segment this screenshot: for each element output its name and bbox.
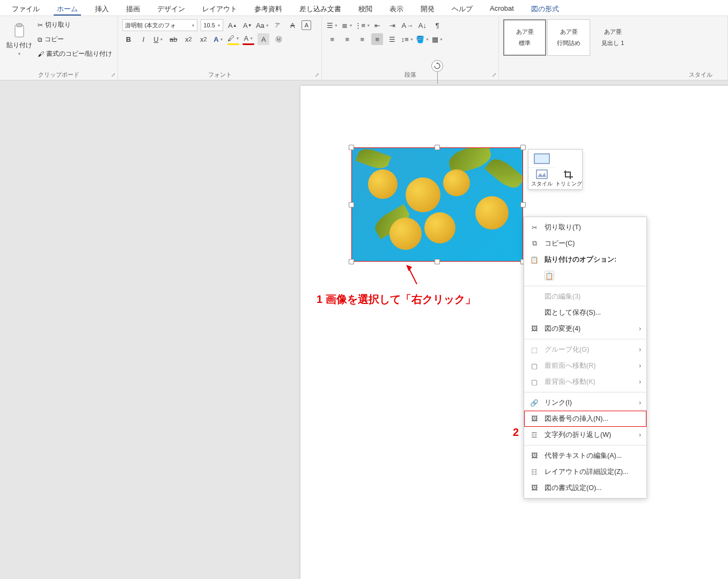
shading-button[interactable]: 🪣▼ — [416, 33, 428, 45]
tab-references[interactable]: 参考資料 — [251, 2, 285, 16]
tab-help[interactable]: ヘルプ — [448, 2, 476, 16]
font-color-button[interactable]: A▼ — [242, 33, 254, 45]
increase-indent-button[interactable]: ⇥ — [386, 19, 398, 31]
resize-handle-l[interactable] — [349, 202, 354, 207]
clear-formatting-button[interactable]: A — [286, 19, 298, 31]
ctx-insert-caption[interactable]: 🖼 図表番号の挿入(N)... — [524, 411, 646, 427]
underline-button[interactable]: U▼ — [152, 33, 164, 45]
selected-image[interactable] — [351, 147, 523, 262]
bring-front-icon: ▢ — [530, 361, 539, 370]
blank-icon — [530, 292, 539, 301]
copy-button[interactable]: ⧉ コピー — [36, 34, 113, 45]
mini-crop-button[interactable]: トリミング — [555, 168, 582, 189]
ctx-save-as-picture[interactable]: 図として保存(S)... — [524, 305, 646, 321]
tab-draw[interactable]: 描画 — [123, 2, 143, 16]
ctx-save-as-picture-label: 図として保存(S)... — [545, 308, 601, 317]
ctx-separator — [524, 392, 646, 392]
tab-view[interactable]: 表示 — [386, 2, 407, 16]
ctx-link[interactable]: 🔗 リンク(I) › — [524, 395, 646, 411]
tab-developer[interactable]: 開発 — [417, 2, 438, 16]
alt-text-icon: 🖼 — [530, 451, 539, 461]
style-normal[interactable]: あア亜 標準 — [503, 19, 546, 56]
resize-handle-t[interactable] — [435, 145, 440, 150]
paste-button[interactable]: 貼り付け ▼ — [4, 21, 34, 58]
resize-handle-b[interactable] — [435, 259, 440, 264]
format-painter-button[interactable]: 🖌 書式のコピー/貼り付け — [36, 48, 113, 60]
line-spacing-button[interactable]: ↕≡▼ — [401, 33, 413, 45]
ltr-button[interactable]: A→ — [401, 19, 413, 31]
page[interactable]: スタイル トリミング ✂ 切り取り(T) ⧉ コピー(C) 📋 貼り付けのオプシ… — [300, 86, 728, 579]
superscript-button[interactable]: x2 — [197, 33, 209, 45]
resize-handle-r[interactable] — [520, 202, 526, 207]
align-justify-button[interactable]: ≡ — [371, 33, 383, 45]
character-shading-button[interactable]: A — [258, 33, 269, 45]
ctx-text-wrap-label: 文字列の折り返し(W) — [545, 430, 611, 440]
layout-icon: ☷ — [530, 467, 539, 477]
multilevel-button[interactable]: ⋮≡▼ — [356, 19, 368, 31]
show-marks-button[interactable]: ¶ — [431, 19, 443, 31]
tab-insert[interactable]: 挿入 — [92, 2, 112, 16]
clipboard-dialog-launcher[interactable]: ⤢ — [111, 72, 115, 78]
ctx-cut[interactable]: ✂ 切り取り(T) — [524, 219, 646, 235]
italic-button[interactable]: I — [137, 33, 149, 45]
character-border-button[interactable]: ㊙ — [273, 33, 284, 45]
ctx-format-picture[interactable]: 🖼 図の書式設定(O)... — [524, 480, 646, 496]
borders-button[interactable]: ▦▼ — [431, 33, 443, 45]
ctx-paste-picture[interactable]: 📋 — [524, 268, 646, 284]
tab-acrobat[interactable]: Acrobat — [487, 2, 517, 16]
font-size-combo[interactable]: 10.5▼ — [201, 19, 223, 31]
ctx-separator — [524, 286, 646, 286]
tab-layout[interactable]: レイアウト — [199, 2, 240, 16]
ctx-layout-more[interactable]: ☷ レイアウトの詳細設定(Z)... — [524, 464, 646, 480]
shrink-font-button[interactable]: A▼ — [241, 19, 253, 31]
tab-review[interactable]: 校閲 — [355, 2, 376, 16]
mini-style-button[interactable]: スタイル — [528, 168, 555, 189]
tab-mailings[interactable]: 差し込み文書 — [296, 2, 344, 16]
phonetic-guide-button[interactable]: ア — [271, 19, 283, 31]
text-effects-button[interactable]: A▼ — [212, 33, 224, 45]
font-dialog-launcher[interactable]: ⤢ — [315, 72, 319, 78]
tab-picture-format[interactable]: 図の形式 — [528, 2, 562, 16]
resize-handle-bl[interactable] — [349, 259, 354, 264]
style-heading1[interactable]: あア亜 見出し 1 — [591, 19, 634, 56]
style-no-spacing[interactable]: あア亜 行間詰め — [547, 19, 590, 56]
mini-style-preview[interactable] — [528, 150, 555, 168]
ctx-edit-alt-text[interactable]: 🖼 代替テキストの編集(A)... — [524, 448, 646, 464]
ctx-change-picture[interactable]: 🖼 図の変更(4) › — [524, 321, 646, 337]
bold-button[interactable]: B — [122, 33, 134, 45]
ctx-copy[interactable]: ⧉ コピー(C) — [524, 235, 646, 251]
cut-button[interactable]: ✂ 切り取り — [36, 19, 113, 31]
resize-handle-tr[interactable] — [520, 145, 526, 150]
ctx-paste-options[interactable]: 📋 貼り付けのオプション: — [524, 251, 646, 268]
sort-button[interactable]: A↓ — [416, 19, 428, 31]
align-right-button[interactable]: ≡ — [356, 33, 368, 45]
decrease-indent-button[interactable]: ⇤ — [371, 19, 383, 31]
highlight-button[interactable]: 🖊▼ — [227, 33, 239, 45]
ctx-send-back-label: 最背面へ移動(K) — [545, 377, 595, 387]
ribbon-tabs: ファイル ホーム 挿入 描画 デザイン レイアウト 参考資料 差し込み文書 校閲… — [0, 0, 728, 16]
align-center-button[interactable]: ≡ — [341, 33, 353, 45]
tab-file[interactable]: ファイル — [9, 2, 43, 16]
align-left-button[interactable]: ≡ — [326, 33, 338, 45]
distributed-button[interactable]: ☰ — [386, 33, 398, 45]
mini-style-label: スタイル — [531, 180, 553, 188]
ctx-insert-caption-label: 図表番号の挿入(N)... — [545, 414, 608, 424]
paste-label: 貼り付け — [6, 41, 32, 50]
group-paragraph: ☰▼ ≣▼ ⋮≡▼ ⇤ ⇥ A→ A↓ ¶ ≡ ≡ ≡ ≡ ☰ ↕≡▼ 🪣▼ ▦… — [322, 16, 499, 80]
strikethrough-button[interactable]: ab — [167, 33, 179, 45]
group-font: 游明朝 (本文のフォ▼ 10.5▼ A▲ A▼ Aa▼ ア A A B I U▼… — [118, 16, 322, 80]
font-name-combo[interactable]: 游明朝 (本文のフォ▼ — [122, 19, 197, 31]
grow-font-button[interactable]: A▲ — [226, 19, 238, 31]
clipboard-icon: 📋 — [530, 255, 539, 264]
tab-design[interactable]: デザイン — [154, 2, 188, 16]
resize-handle-tl[interactable] — [349, 145, 354, 150]
numbering-button[interactable]: ≣▼ — [341, 19, 353, 31]
enclose-characters-button[interactable]: A — [302, 20, 311, 30]
change-case-button[interactable]: Aa▼ — [256, 19, 268, 31]
paragraph-dialog-launcher[interactable]: ⤢ — [492, 72, 496, 78]
rotate-handle[interactable] — [431, 60, 443, 72]
tab-home[interactable]: ホーム — [54, 2, 81, 16]
ctx-text-wrap[interactable]: ☲ 文字列の折り返し(W) › — [524, 427, 646, 443]
bullets-button[interactable]: ☰▼ — [326, 19, 338, 31]
subscript-button[interactable]: x2 — [182, 33, 194, 45]
